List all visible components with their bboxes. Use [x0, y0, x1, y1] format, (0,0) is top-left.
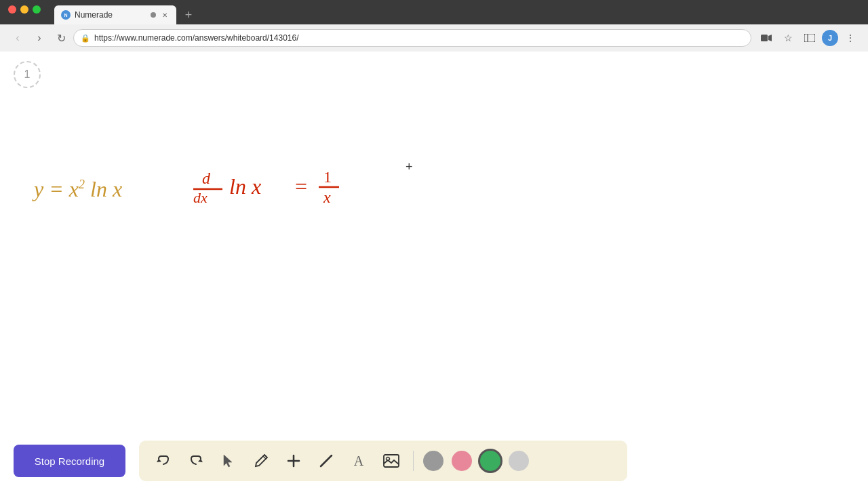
- forward-button[interactable]: ›: [30, 28, 49, 47]
- whiteboard-area: 1 + y = x2 ln x d dx ln x = 1: [0, 52, 868, 488]
- window-close-button[interactable]: [8, 5, 16, 14]
- tab-close-button[interactable]: ✕: [160, 10, 170, 20]
- svg-line-20: [321, 455, 332, 466]
- back-button[interactable]: ‹: [8, 28, 27, 47]
- svg-text:dx: dx: [193, 189, 208, 206]
- new-tab-button[interactable]: +: [179, 5, 198, 24]
- svg-rect-4: [804, 34, 815, 42]
- sidebar-button[interactable]: [800, 28, 819, 47]
- tab-status-dot: [151, 12, 156, 18]
- tab-title: Numerade: [75, 10, 146, 20]
- svg-text:ln x: ln x: [229, 174, 261, 199]
- refresh-button[interactable]: ↻: [52, 28, 71, 47]
- color-lightgray-button[interactable]: [509, 451, 529, 471]
- pen-tool-button[interactable]: [248, 447, 275, 474]
- window-maximize-button[interactable]: [33, 5, 41, 14]
- video-icon-button[interactable]: [757, 28, 776, 47]
- svg-text:x: x: [323, 188, 331, 206]
- yellow-formula: y = x2 ln x: [34, 177, 122, 202]
- svg-text:=: =: [295, 174, 307, 199]
- svg-text:1: 1: [323, 168, 332, 186]
- image-tool-button[interactable]: [378, 447, 405, 474]
- svg-rect-21: [384, 455, 399, 467]
- svg-marker-3: [768, 35, 772, 41]
- toolbar-divider: [413, 451, 414, 471]
- undo-button[interactable]: [150, 447, 177, 474]
- active-tab[interactable]: N Numerade ✕: [54, 5, 176, 24]
- page-indicator: 1: [14, 61, 41, 88]
- add-tool-button[interactable]: [280, 447, 307, 474]
- stop-recording-button[interactable]: Stop Recording: [14, 445, 125, 477]
- window-minimize-button[interactable]: [20, 5, 28, 14]
- page-number: 1: [24, 68, 31, 81]
- lock-icon: 🔒: [81, 34, 90, 43]
- bookmark-button[interactable]: ☆: [778, 28, 797, 47]
- svg-text:N: N: [64, 13, 67, 18]
- svg-text:d: d: [202, 169, 211, 187]
- bottom-toolbar: Stop Recording: [0, 434, 868, 488]
- svg-rect-2: [761, 35, 768, 41]
- drawing-tools-bar: A: [139, 441, 627, 481]
- tab-favicon: N: [61, 10, 71, 20]
- eraser-tool-button[interactable]: [313, 447, 340, 474]
- text-tool-button[interactable]: A: [345, 447, 372, 474]
- svg-marker-16: [224, 455, 232, 467]
- svg-marker-15: [198, 459, 203, 462]
- color-pink-button[interactable]: [452, 451, 472, 471]
- address-bar[interactable]: 🔒 https://www.numerade.com/answers/white…: [73, 29, 751, 47]
- menu-button[interactable]: ⋮: [841, 28, 860, 47]
- user-avatar[interactable]: J: [822, 30, 838, 46]
- redo-button[interactable]: [182, 447, 210, 474]
- color-green-button[interactable]: [480, 451, 500, 471]
- red-formula-drawing: d dx ln x = 1 x: [190, 157, 393, 224]
- svg-marker-14: [157, 459, 161, 462]
- cursor-crosshair: +: [406, 160, 413, 174]
- select-tool-button[interactable]: [215, 447, 242, 474]
- color-gray-button[interactable]: [423, 451, 443, 471]
- url-text: https://www.numerade.com/answers/whitebo…: [94, 33, 299, 43]
